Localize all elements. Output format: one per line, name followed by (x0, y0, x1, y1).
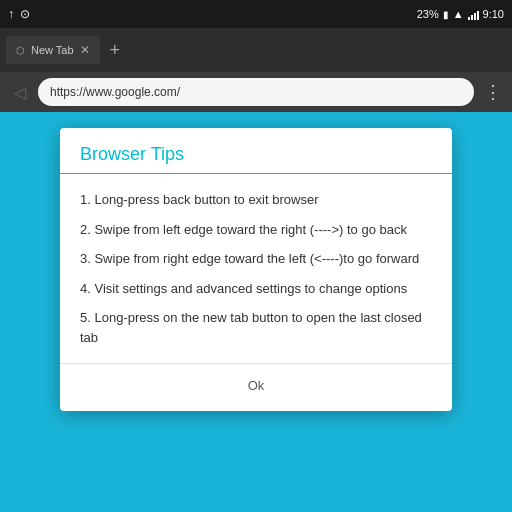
tip-3: 3. Swipe from right edge toward the left… (80, 249, 432, 269)
tip-5: 5. Long-press on the new tab button to o… (80, 308, 432, 347)
battery-percent: 23% (417, 8, 439, 20)
active-tab[interactable]: ⬡ New Tab ✕ (6, 36, 100, 64)
usb-icon: ↑ (8, 7, 14, 21)
new-tab-button[interactable]: + (104, 38, 127, 63)
android-icon: ⊙ (20, 7, 30, 21)
browser-menu-button[interactable]: ⋮ (480, 81, 504, 103)
tip-2: 2. Swipe from left edge toward the right… (80, 220, 432, 240)
url-text: https://www.google.com/ (50, 85, 180, 99)
browser-tips-dialog: Browser Tips 1. Long-press back button t… (60, 128, 452, 411)
dialog-footer: Ok (60, 363, 452, 411)
battery-icon: ▮ (443, 9, 449, 20)
wifi-icon: ▲ (453, 8, 464, 20)
main-content: Browser Tips 1. Long-press back button t… (0, 112, 512, 512)
dialog-title: Browser Tips (60, 128, 452, 173)
signal-icon (468, 8, 479, 20)
tip-1: 1. Long-press back button to exit browse… (80, 190, 432, 210)
time-display: 9:10 (483, 8, 504, 20)
back-button[interactable]: ◁ (8, 83, 32, 102)
browser-tab-bar: ⬡ New Tab ✕ + (0, 28, 512, 72)
tab-close-button[interactable]: ✕ (80, 43, 90, 57)
status-bar: ↑ ⊙ 23% ▮ ▲ 9:10 (0, 0, 512, 28)
url-bar[interactable]: https://www.google.com/ (38, 78, 474, 106)
tab-favicon: ⬡ (16, 45, 25, 56)
status-left-icons: ↑ ⊙ (8, 7, 30, 21)
dialog-divider (60, 173, 452, 174)
tab-label: New Tab (31, 44, 74, 56)
ok-button[interactable]: Ok (232, 372, 281, 399)
tip-4: 4. Visit settings and advanced settings … (80, 279, 432, 299)
status-right-info: 23% ▮ ▲ 9:10 (417, 8, 504, 20)
address-bar-row: ◁ https://www.google.com/ ⋮ (0, 72, 512, 112)
dialog-body: 1. Long-press back button to exit browse… (60, 182, 452, 363)
